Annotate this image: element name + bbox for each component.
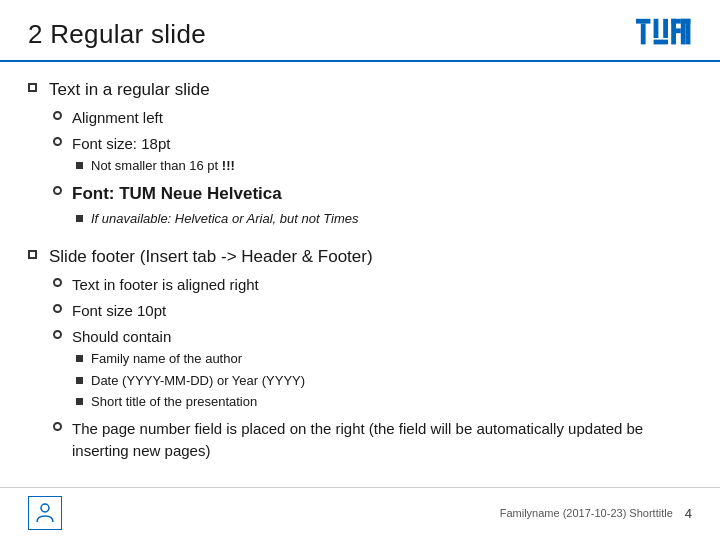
svg-rect-8 bbox=[676, 28, 681, 33]
should-contain-children: Family name of the author Date (YYYY-MM-… bbox=[76, 350, 305, 411]
bullet-filled-square-icon bbox=[76, 355, 83, 362]
slide-header: 2 Regular slide bbox=[0, 0, 720, 62]
list-item: The page number field is placed on the r… bbox=[53, 418, 692, 462]
bullet-square-icon bbox=[28, 250, 37, 259]
short-title: Short title of the presentation bbox=[91, 393, 257, 411]
bullet-filled-square-icon bbox=[76, 377, 83, 384]
footer-metadata: Familyname (2017-10-23) Shorttitle bbox=[500, 507, 673, 519]
bullet-filled-square-icon bbox=[76, 398, 83, 405]
svg-rect-4 bbox=[663, 19, 668, 38]
tum-logo-svg bbox=[636, 18, 692, 50]
svg-rect-1 bbox=[641, 24, 646, 45]
bullet-filled-square-icon bbox=[76, 162, 83, 169]
footer-right-section: Familyname (2017-10-23) Shorttitle 4 bbox=[500, 506, 692, 521]
person-icon bbox=[35, 502, 55, 524]
svg-rect-2 bbox=[654, 19, 659, 38]
font-size-children: Not smaller than 16 pt !!! bbox=[76, 157, 235, 175]
section2-children: Text in footer is aligned right Font siz… bbox=[53, 274, 692, 461]
svg-rect-10 bbox=[681, 19, 691, 24]
alignment-left: Alignment left bbox=[72, 107, 163, 129]
date-format: Date (YYYY-MM-DD) or Year (YYYY) bbox=[91, 372, 305, 390]
font-size-note: Not smaller than 16 pt !!! bbox=[91, 157, 235, 175]
page-number-field: The page number field is placed on the r… bbox=[72, 418, 692, 462]
family-name: Family name of the author bbox=[91, 350, 242, 368]
section1-children: Alignment left Font size: 18pt Not s bbox=[53, 107, 358, 232]
list-item: Should contain Family name of the author… bbox=[53, 326, 692, 414]
tum-logo bbox=[636, 18, 692, 50]
slide-content: Text in a regular slide Alignment left F… bbox=[0, 62, 720, 487]
section2-title: Slide footer (Insert tab -> Header & Foo… bbox=[49, 247, 373, 266]
bullet-filled-square-icon bbox=[76, 215, 83, 222]
svg-rect-0 bbox=[636, 19, 650, 24]
svg-rect-3 bbox=[654, 40, 668, 45]
list-item: Family name of the author bbox=[76, 350, 305, 368]
list-item: Text in footer is aligned right bbox=[53, 274, 692, 296]
bullet-circle-icon bbox=[53, 278, 62, 287]
slide-container: 2 Regular slide bbox=[0, 0, 720, 540]
font-size: Font size: 18pt bbox=[72, 135, 170, 152]
font-name-children: If unavailable: Helvetica or Arial, but … bbox=[76, 210, 358, 228]
list-item: Font size: 18pt Not smaller than 16 pt !… bbox=[53, 133, 358, 179]
list-item: Slide footer (Insert tab -> Header & Foo… bbox=[28, 245, 692, 465]
footer-aligned-right: Text in footer is aligned right bbox=[72, 274, 259, 296]
list-item: Short title of the presentation bbox=[76, 393, 305, 411]
bullet-circle-icon bbox=[53, 137, 62, 146]
bullet-circle-icon bbox=[53, 330, 62, 339]
bullet-circle-icon bbox=[53, 304, 62, 313]
section1-title: Text in a regular slide bbox=[49, 80, 210, 99]
list-item: Date (YYYY-MM-DD) or Year (YYYY) bbox=[76, 372, 305, 390]
font-size-note-text: Not smaller than 16 pt bbox=[91, 158, 218, 173]
slide-title: 2 Regular slide bbox=[28, 19, 206, 50]
font-unavailable: If unavailable: Helvetica or Arial, but … bbox=[91, 210, 358, 228]
slide-footer: Familyname (2017-10-23) Shorttitle 4 bbox=[0, 487, 720, 540]
svg-rect-6 bbox=[671, 19, 681, 24]
list-item: Font: TUM Neue Helvetica If unavailable:… bbox=[53, 182, 358, 231]
svg-point-11 bbox=[41, 504, 49, 512]
font-name: Font: TUM Neue Helvetica bbox=[72, 184, 282, 203]
footer-icon-box bbox=[28, 496, 62, 530]
footer-page-number: 4 bbox=[685, 506, 692, 521]
list-item: Not smaller than 16 pt !!! bbox=[76, 157, 235, 175]
should-contain: Should contain bbox=[72, 328, 171, 345]
bullet-circle-icon bbox=[53, 422, 62, 431]
bullet-square-icon bbox=[28, 83, 37, 92]
footer-font-size: Font size 10pt bbox=[72, 300, 166, 322]
list-item: If unavailable: Helvetica or Arial, but … bbox=[76, 210, 358, 228]
exclaim-mark: !!! bbox=[222, 158, 235, 173]
list-item: Text in a regular slide Alignment left F… bbox=[28, 78, 692, 235]
bullet-circle-icon bbox=[53, 111, 62, 120]
bullet-circle-icon bbox=[53, 186, 62, 195]
list-item: Font size 10pt bbox=[53, 300, 692, 322]
list-item: Alignment left bbox=[53, 107, 358, 129]
